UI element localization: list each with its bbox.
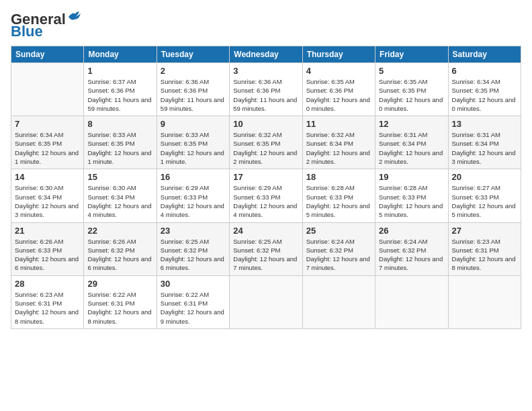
day-number: 1	[87, 66, 152, 76]
calendar-cell: 18Sunrise: 6:28 AMSunset: 6:33 PMDayligh…	[302, 169, 375, 222]
calendar-cell: 19Sunrise: 6:28 AMSunset: 6:33 PMDayligh…	[375, 169, 448, 222]
calendar-cell: 28Sunrise: 6:23 AMSunset: 6:31 PMDayligh…	[11, 275, 84, 328]
calendar-cell: 11Sunrise: 6:32 AMSunset: 6:34 PMDayligh…	[302, 116, 375, 169]
calendar-cell: 23Sunrise: 6:25 AMSunset: 6:32 PMDayligh…	[157, 222, 229, 275]
day-info: Sunrise: 6:35 AMSunset: 6:35 PMDaylight:…	[379, 77, 444, 113]
day-info: Sunrise: 6:26 AMSunset: 6:32 PMDaylight:…	[87, 237, 152, 273]
day-number: 22	[87, 226, 152, 236]
weekday-header: Saturday	[448, 46, 521, 63]
day-number: 30	[161, 279, 226, 289]
calendar-cell: 30Sunrise: 6:22 AMSunset: 6:31 PMDayligh…	[157, 275, 229, 328]
day-number: 13	[452, 119, 517, 129]
day-info: Sunrise: 6:29 AMSunset: 6:33 PMDaylight:…	[161, 183, 226, 219]
day-info: Sunrise: 6:22 AMSunset: 6:31 PMDaylight:…	[87, 290, 152, 326]
calendar-cell: 12Sunrise: 6:31 AMSunset: 6:34 PMDayligh…	[375, 116, 448, 169]
calendar-cell	[448, 275, 521, 328]
calendar-cell: 20Sunrise: 6:27 AMSunset: 6:33 PMDayligh…	[448, 169, 521, 222]
calendar-cell: 24Sunrise: 6:25 AMSunset: 6:32 PMDayligh…	[230, 222, 302, 275]
calendar-header-row: SundayMondayTuesdayWednesdayThursdayFrid…	[11, 46, 521, 63]
day-info: Sunrise: 6:37 AMSunset: 6:36 PMDaylight:…	[87, 77, 152, 113]
day-info: Sunrise: 6:30 AMSunset: 6:34 PMDaylight:…	[15, 183, 80, 219]
weekday-header: Friday	[375, 46, 448, 63]
calendar-cell	[375, 275, 448, 328]
calendar-cell: 3Sunrise: 6:36 AMSunset: 6:36 PMDaylight…	[230, 63, 302, 116]
day-info: Sunrise: 6:35 AMSunset: 6:36 PMDaylight:…	[306, 77, 371, 113]
day-info: Sunrise: 6:23 AMSunset: 6:31 PMDaylight:…	[452, 237, 517, 273]
calendar-week-row: 7Sunrise: 6:34 AMSunset: 6:35 PMDaylight…	[11, 116, 521, 169]
day-info: Sunrise: 6:33 AMSunset: 6:35 PMDaylight:…	[161, 130, 226, 166]
day-number: 15	[87, 172, 152, 182]
day-number: 27	[452, 226, 517, 236]
day-info: Sunrise: 6:34 AMSunset: 6:35 PMDaylight:…	[15, 130, 80, 166]
calendar-week-row: 14Sunrise: 6:30 AMSunset: 6:34 PMDayligh…	[11, 169, 521, 222]
day-number: 21	[15, 226, 80, 236]
logo-bird-icon	[67, 10, 82, 24]
day-number: 7	[15, 119, 80, 129]
logo-blue: Blue	[11, 23, 43, 40]
calendar-cell	[230, 275, 302, 328]
day-number: 6	[452, 66, 517, 76]
day-info: Sunrise: 6:32 AMSunset: 6:34 PMDaylight:…	[306, 130, 371, 166]
day-number: 19	[379, 172, 444, 182]
calendar-cell: 8Sunrise: 6:33 AMSunset: 6:35 PMDaylight…	[84, 116, 157, 169]
calendar-cell: 2Sunrise: 6:36 AMSunset: 6:36 PMDaylight…	[157, 63, 229, 116]
calendar-cell: 21Sunrise: 6:26 AMSunset: 6:33 PMDayligh…	[11, 222, 84, 275]
calendar-cell: 1Sunrise: 6:37 AMSunset: 6:36 PMDaylight…	[84, 63, 157, 116]
calendar-cell: 22Sunrise: 6:26 AMSunset: 6:32 PMDayligh…	[84, 222, 157, 275]
day-number: 28	[15, 279, 80, 289]
calendar-cell: 26Sunrise: 6:24 AMSunset: 6:32 PMDayligh…	[375, 222, 448, 275]
day-number: 9	[161, 119, 226, 129]
day-info: Sunrise: 6:26 AMSunset: 6:33 PMDaylight:…	[15, 237, 80, 273]
day-info: Sunrise: 6:32 AMSunset: 6:35 PMDaylight:…	[233, 130, 298, 166]
calendar-cell	[11, 63, 84, 116]
day-number: 10	[233, 119, 298, 129]
day-number: 18	[306, 172, 371, 182]
weekday-header: Monday	[84, 46, 157, 63]
calendar-cell: 14Sunrise: 6:30 AMSunset: 6:34 PMDayligh…	[11, 169, 84, 222]
day-info: Sunrise: 6:36 AMSunset: 6:36 PMDaylight:…	[233, 77, 298, 113]
day-info: Sunrise: 6:28 AMSunset: 6:33 PMDaylight:…	[379, 183, 444, 219]
day-number: 14	[15, 172, 80, 182]
day-info: Sunrise: 6:29 AMSunset: 6:33 PMDaylight:…	[233, 183, 298, 219]
calendar-cell: 4Sunrise: 6:35 AMSunset: 6:36 PMDaylight…	[302, 63, 375, 116]
day-number: 5	[379, 66, 444, 76]
calendar-cell: 25Sunrise: 6:24 AMSunset: 6:32 PMDayligh…	[302, 222, 375, 275]
calendar-cell: 6Sunrise: 6:34 AMSunset: 6:35 PMDaylight…	[448, 63, 521, 116]
day-number: 11	[306, 119, 371, 129]
day-number: 20	[452, 172, 517, 182]
day-info: Sunrise: 6:24 AMSunset: 6:32 PMDaylight:…	[379, 237, 444, 273]
calendar-cell: 27Sunrise: 6:23 AMSunset: 6:31 PMDayligh…	[448, 222, 521, 275]
day-info: Sunrise: 6:25 AMSunset: 6:32 PMDaylight:…	[161, 237, 226, 273]
day-info: Sunrise: 6:24 AMSunset: 6:32 PMDaylight:…	[306, 237, 371, 273]
calendar-week-row: 1Sunrise: 6:37 AMSunset: 6:36 PMDaylight…	[11, 63, 521, 116]
weekday-header: Sunday	[11, 46, 84, 63]
calendar-cell: 9Sunrise: 6:33 AMSunset: 6:35 PMDaylight…	[157, 116, 229, 169]
calendar-week-row: 28Sunrise: 6:23 AMSunset: 6:31 PMDayligh…	[11, 275, 521, 328]
day-info: Sunrise: 6:23 AMSunset: 6:31 PMDaylight:…	[15, 290, 80, 326]
day-number: 16	[161, 172, 226, 182]
day-info: Sunrise: 6:30 AMSunset: 6:34 PMDaylight:…	[87, 183, 152, 219]
calendar-cell: 15Sunrise: 6:30 AMSunset: 6:34 PMDayligh…	[84, 169, 157, 222]
day-number: 29	[87, 279, 152, 289]
calendar-cell: 7Sunrise: 6:34 AMSunset: 6:35 PMDaylight…	[11, 116, 84, 169]
day-number: 3	[233, 66, 298, 76]
day-number: 26	[379, 226, 444, 236]
day-info: Sunrise: 6:31 AMSunset: 6:34 PMDaylight:…	[379, 130, 444, 166]
day-info: Sunrise: 6:22 AMSunset: 6:31 PMDaylight:…	[161, 290, 226, 326]
day-number: 12	[379, 119, 444, 129]
day-info: Sunrise: 6:28 AMSunset: 6:33 PMDaylight:…	[306, 183, 371, 219]
day-info: Sunrise: 6:25 AMSunset: 6:32 PMDaylight:…	[233, 237, 298, 273]
calendar-cell: 10Sunrise: 6:32 AMSunset: 6:35 PMDayligh…	[230, 116, 302, 169]
weekday-header: Wednesday	[230, 46, 302, 63]
calendar-cell: 16Sunrise: 6:29 AMSunset: 6:33 PMDayligh…	[157, 169, 229, 222]
calendar-cell: 29Sunrise: 6:22 AMSunset: 6:31 PMDayligh…	[84, 275, 157, 328]
day-info: Sunrise: 6:27 AMSunset: 6:33 PMDaylight:…	[452, 183, 517, 219]
calendar-cell	[302, 275, 375, 328]
day-number: 8	[87, 119, 152, 129]
day-number: 23	[161, 226, 226, 236]
day-info: Sunrise: 6:33 AMSunset: 6:35 PMDaylight:…	[87, 130, 152, 166]
day-number: 4	[306, 66, 371, 76]
day-number: 25	[306, 226, 371, 236]
calendar-cell: 13Sunrise: 6:31 AMSunset: 6:34 PMDayligh…	[448, 116, 521, 169]
calendar-cell: 5Sunrise: 6:35 AMSunset: 6:35 PMDaylight…	[375, 63, 448, 116]
